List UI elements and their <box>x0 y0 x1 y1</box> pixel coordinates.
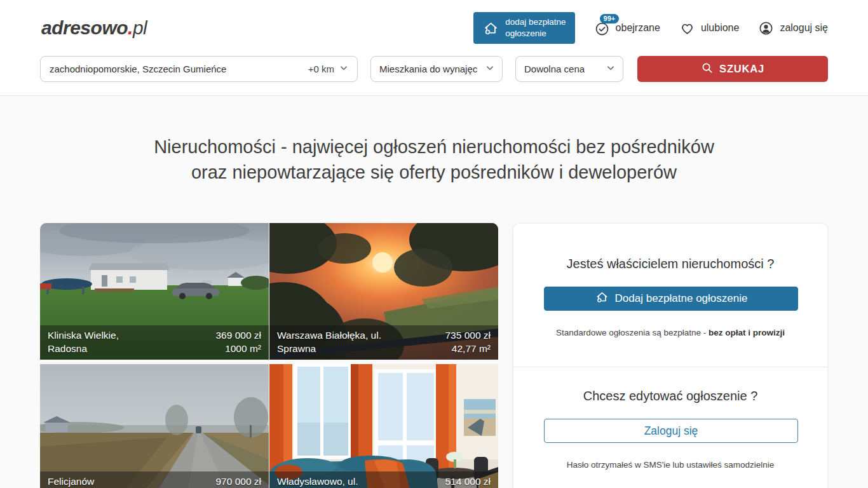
listing-photo-rural-road <box>40 364 269 488</box>
favorites-link[interactable]: ulubione <box>679 20 740 36</box>
page-title-line2: oraz niepowtarzające się oferty pośredni… <box>0 159 868 185</box>
top-section: adresowo.pl dodaj bezpłatne <box>0 0 868 96</box>
listing-location: Warszawa Białołęka, ul. Sprawna <box>277 329 388 355</box>
listing-caption: Warszawa Białołęka, ul. Sprawna 735 000 … <box>269 325 498 360</box>
chevron-down-icon <box>605 62 616 76</box>
location-input[interactable]: zachodniopomorskie, Szczecin Gumieńce +0… <box>40 56 358 82</box>
listing-caption: Władysławowo, ul. 514 000 zł <box>269 471 498 488</box>
radius-value: +0 km <box>308 64 334 74</box>
content-row: Kliniska Wielkie, Radosna 369 000 zł 100… <box>0 223 868 488</box>
listing-caption: Felicjanów 970 000 zł <box>40 471 269 488</box>
listing-card[interactable]: Kliniska Wielkie, Radosna 369 000 zł 100… <box>40 223 269 360</box>
logo[interactable]: adresowo.pl <box>41 17 147 39</box>
password-note: Hasło otrzymałeś w SMS'ie lub ustawiłeś … <box>544 460 797 470</box>
listing-caption: Kliniska Wielkie, Radosna 369 000 zł 100… <box>40 325 269 360</box>
listing-price-area: 369 000 zł 1000 m² <box>215 329 261 355</box>
chevron-down-icon <box>338 62 349 76</box>
search-bar: zachodniopomorskie, Szczecin Gumieńce +0… <box>40 56 828 82</box>
owner-panel-heading: Jesteś właścicielem nieruchomości ? <box>544 257 797 271</box>
page-title: Nieruchomości - najwięcej ogłoszeń nieru… <box>0 134 868 185</box>
add-listing-button[interactable]: dodaj bezpłatne ogłoszenie <box>473 12 574 43</box>
viewed-link[interactable]: 99+ obejrzane <box>594 20 660 36</box>
price-value: Dowolna cena <box>524 64 585 74</box>
location-value: zachodniopomorskie, Szczecin Gumieńce <box>50 64 226 74</box>
listing-area: 42,77 m² <box>445 342 491 355</box>
radius-selector[interactable]: +0 km <box>308 62 349 76</box>
listings-grid: Kliniska Wielkie, Radosna 369 000 zł 100… <box>40 223 498 488</box>
house-plus-icon <box>595 290 609 308</box>
heart-icon <box>679 20 695 36</box>
listing-price: 735 000 zł <box>445 329 491 342</box>
favorites-label: ulubione <box>701 22 740 34</box>
chevron-down-icon <box>484 62 496 76</box>
site-header: adresowo.pl dodaj bezpłatne <box>0 0 868 56</box>
listing-price-area: 970 000 zł <box>215 475 261 488</box>
category-value: Mieszkania do wynajęc <box>379 64 477 74</box>
edit-listing-heading: Chcesz edytować ogłoszenie ? <box>544 389 797 403</box>
listing-card[interactable]: Władysławowo, ul. 514 000 zł <box>269 364 498 488</box>
listing-price-area: 514 000 zł <box>445 475 491 488</box>
listing-photo-apartment-interior <box>269 364 498 488</box>
header-nav: dodaj bezpłatne ogłoszenie 99+ obejrzane <box>473 12 828 43</box>
owner-panel-add-section: Jesteś właścicielem nieruchomości ? <box>513 224 827 367</box>
price-select[interactable]: Dowolna cena <box>515 56 623 82</box>
panel-login-button[interactable]: Zaloguj się <box>544 419 798 443</box>
main-content: Nieruchomości - najwięcej ogłoszeń nieru… <box>0 96 868 488</box>
page-title-line1: Nieruchomości - najwięcej ogłoszeń nieru… <box>0 134 868 159</box>
listing-location: Felicjanów <box>48 475 94 488</box>
owner-panel: Jesteś właścicielem nieruchomości ? <box>513 223 828 488</box>
free-listing-note: Standardowe ogłoszenia są bezpłatne - be… <box>544 328 797 337</box>
listing-price: 369 000 zł <box>215 329 261 342</box>
login-label: zaloguj się <box>780 22 828 34</box>
category-select[interactable]: Mieszkania do wynajęc <box>370 56 503 82</box>
panel-add-listing-label: Dodaj bezpłatne ogłoszenie <box>615 292 748 305</box>
login-link[interactable]: zaloguj się <box>758 20 828 36</box>
adresowo-homepage: adresowo.pl dodaj bezpłatne <box>0 0 868 488</box>
listing-price: 514 000 zł <box>445 475 491 488</box>
owner-panel-edit-section: Chcesz edytować ogłoszenie ? Zaloguj się… <box>513 367 827 488</box>
logo-dot: . <box>128 17 133 38</box>
panel-login-label: Zaloguj się <box>644 424 698 438</box>
listing-area: 1000 m² <box>215 342 261 355</box>
search-button[interactable]: SZUKAJ <box>637 56 828 82</box>
viewed-label: obejrzane <box>616 22 660 34</box>
panel-add-listing-button[interactable]: Dodaj bezpłatne ogłoszenie <box>544 287 798 311</box>
listing-card[interactable]: Felicjanów 970 000 zł <box>40 364 269 488</box>
viewed-count-badge: 99+ <box>600 14 620 24</box>
logo-tld: pl <box>133 17 147 38</box>
listing-price-area: 735 000 zł 42,77 m² <box>445 329 491 355</box>
check-circle-icon: 99+ <box>594 20 610 36</box>
listing-location: Kliniska Wielkie, Radosna <box>48 329 159 355</box>
logo-text: adresowo <box>41 17 128 38</box>
listing-location: Władysławowo, ul. <box>277 475 358 488</box>
listing-card[interactable]: Warszawa Białołęka, ul. Sprawna 735 000 … <box>269 223 498 360</box>
search-button-label: SZUKAJ <box>719 63 764 75</box>
listing-price: 970 000 zł <box>215 475 261 488</box>
house-plus-icon <box>482 20 499 37</box>
person-circle-icon <box>758 20 774 36</box>
magnifier-icon <box>701 62 714 77</box>
add-listing-label: dodaj bezpłatne ogłoszenie <box>505 17 566 39</box>
